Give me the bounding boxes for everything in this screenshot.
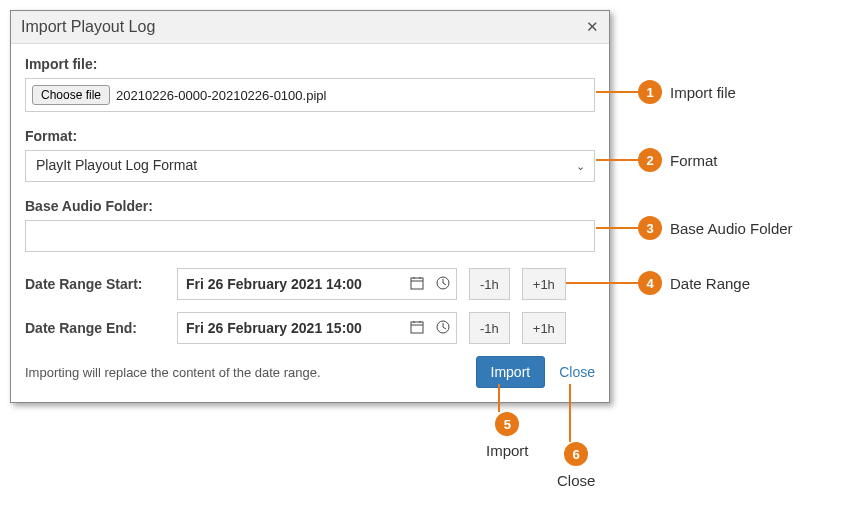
clock-icon[interactable] [430,320,456,337]
date-start-input[interactable] [178,270,404,298]
annotation-marker: 6 [564,442,588,466]
dialog-titlebar: Import Playout Log ✕ [11,11,609,44]
import-file-label: Import file: [25,56,595,72]
clock-icon[interactable] [430,276,456,293]
annotation-label: Import [486,442,529,459]
annotation-label: Date Range [670,275,750,292]
base-audio-input[interactable] [25,220,595,252]
annotation-label: Import file [670,84,736,101]
selected-file-name: 20210226-0000-20210226-0100.pipl [116,88,326,103]
date-end-plus-1h-button[interactable]: +1h [522,312,566,344]
svg-rect-0 [411,278,423,289]
dialog-footer: Importing will replace the content of th… [25,356,595,388]
date-start-plus-1h-button[interactable]: +1h [522,268,566,300]
import-file-input-wrap[interactable]: Choose file 20210226-0000-20210226-0100.… [25,78,595,112]
base-audio-label: Base Audio Folder: [25,198,595,214]
date-end-minus-1h-button[interactable]: -1h [469,312,510,344]
annotation-label: Close [557,472,595,489]
date-end-input-wrap [177,312,457,344]
annotation-label: Format [670,152,718,169]
import-playout-dialog: Import Playout Log ✕ Import file: Choose… [10,10,610,403]
date-end-label: Date Range End: [25,320,165,336]
calendar-icon[interactable] [404,320,430,337]
format-label: Format: [25,128,595,144]
calendar-icon[interactable] [404,276,430,293]
date-start-minus-1h-button[interactable]: -1h [469,268,510,300]
date-start-label: Date Range Start: [25,276,165,292]
svg-line-13 [443,327,446,329]
annotation-label: Base Audio Folder [670,220,793,237]
format-select[interactable]: PlayIt Playout Log Format [25,150,595,182]
annotation-1: 1 Import file [596,80,736,104]
close-link[interactable]: Close [559,364,595,380]
date-end-input[interactable] [178,314,404,342]
dialog-body: Import file: Choose file 20210226-0000-2… [11,44,609,402]
date-start-input-wrap [177,268,457,300]
import-file-group: Import file: Choose file 20210226-0000-2… [25,56,595,112]
import-button[interactable]: Import [476,356,546,388]
date-start-row: Date Range Start: -1h +1h [25,268,595,300]
footer-actions: Import Close [476,356,595,388]
svg-rect-7 [411,322,423,333]
choose-file-button[interactable]: Choose file [32,85,110,105]
base-audio-group: Base Audio Folder: [25,198,595,252]
annotation-marker: 2 [638,148,662,172]
annotation-marker: 4 [638,271,662,295]
date-end-row: Date Range End: -1h +1h [25,312,595,344]
annotation-2: 2 Format [596,148,718,172]
replace-note: Importing will replace the content of th… [25,365,321,380]
format-value: PlayIt Playout Log Format [36,157,197,173]
annotation-marker: 5 [495,412,519,436]
format-group: Format: PlayIt Playout Log Format ⌄ [25,128,595,182]
dialog-close-icon[interactable]: ✕ [586,18,599,36]
annotation-marker: 1 [638,80,662,104]
dialog-title: Import Playout Log [21,18,155,36]
annotation-marker: 3 [638,216,662,240]
svg-line-6 [443,283,446,285]
annotation-5: 5 Import [486,412,529,459]
annotation-3: 3 Base Audio Folder [596,216,793,240]
annotation-6: 6 Close [557,442,595,489]
format-select-wrap: PlayIt Playout Log Format ⌄ [25,150,595,182]
